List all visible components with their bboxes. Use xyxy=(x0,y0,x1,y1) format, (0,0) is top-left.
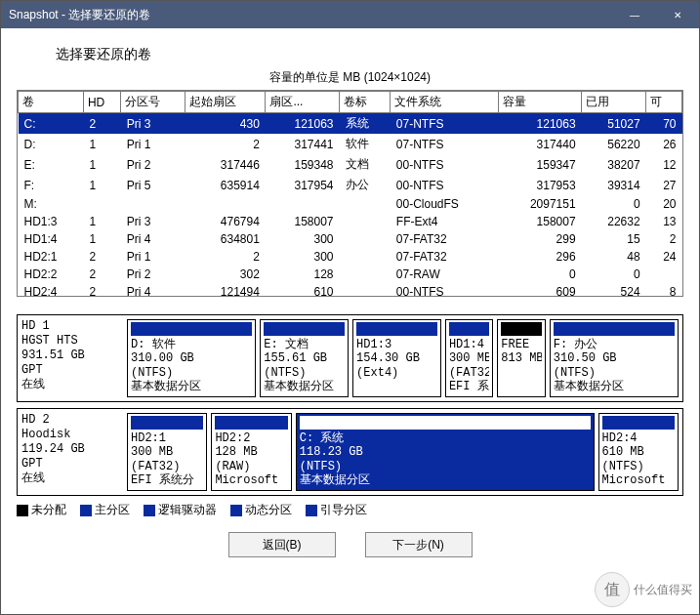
column-header[interactable]: 容量 xyxy=(498,92,581,113)
legend-item: 主分区 xyxy=(80,502,130,518)
partition-bar xyxy=(449,322,489,336)
page-subtitle: 选择要还原的卷 xyxy=(56,46,683,63)
watermark-badge: 值 xyxy=(595,572,630,607)
partition-block[interactable]: HD2:1300 MB(FAT32)EFI 系统分 xyxy=(127,413,207,491)
watermark-text: 什么值得买 xyxy=(634,582,692,598)
legend-item: 动态分区 xyxy=(230,502,292,518)
legend: 未分配主分区逻辑驱动器动态分区引导分区 xyxy=(17,502,683,518)
watermark: 值 什么值得买 xyxy=(595,572,692,607)
column-header[interactable]: 起始扇区 xyxy=(185,92,266,113)
table-row[interactable]: HD2:12Pri 1230007-FAT322964824 xyxy=(19,248,682,266)
column-header[interactable]: 卷标 xyxy=(340,92,391,113)
column-header[interactable]: HD xyxy=(83,92,120,113)
partition-block[interactable]: FREE813 MB xyxy=(497,319,545,397)
back-button[interactable]: 返回(B) xyxy=(228,532,336,557)
partition-bar xyxy=(554,322,675,336)
minimize-button[interactable]: — xyxy=(613,1,656,28)
legend-swatch xyxy=(144,505,155,516)
table-row[interactable]: E:1Pri 2317446159348文档00-NTFS15934738207… xyxy=(19,154,682,175)
partition-block[interactable]: HD1:3154.30 GB(Ext4) xyxy=(352,319,441,397)
partition-bar xyxy=(300,416,591,430)
table-row[interactable]: HD2:22Pri 230212807-RAW00 xyxy=(19,266,682,283)
table-row[interactable]: C:2Pri 3430121063系统07-NTFS1210635102770 xyxy=(19,113,682,135)
partition-bar xyxy=(264,322,345,336)
legend-item: 逻辑驱动器 xyxy=(144,502,217,518)
table-row[interactable]: F:1Pri 5635914317954办公00-NTFS31795339314… xyxy=(19,175,682,195)
legend-swatch xyxy=(230,505,242,516)
column-header[interactable]: 已用 xyxy=(582,92,646,113)
table-row[interactable]: M:00-CloudFS2097151020 xyxy=(19,195,682,213)
legend-item: 引导分区 xyxy=(306,502,367,518)
table-row[interactable]: HD1:31Pri 3476794158007FF-Ext41580072263… xyxy=(19,213,682,230)
disk-map: HD 1 HGST HTS931.51 GBGPT在线D: 软件310.00 G… xyxy=(17,314,683,496)
unit-note: 容量的单位是 MB (1024×1024) xyxy=(17,69,683,86)
partition-bar xyxy=(501,322,541,336)
table-row[interactable]: HD1:41Pri 463480130007-FAT32299152 xyxy=(19,230,682,248)
partition-bar xyxy=(602,416,675,430)
column-header[interactable]: 扇区... xyxy=(266,92,340,113)
disk-info: HD 1 HGST HTS931.51 GBGPT在线 xyxy=(18,315,123,401)
volume-table[interactable]: 卷HD分区号起始扇区扇区...卷标文件系统容量已用可C:2Pri 3430121… xyxy=(17,90,683,297)
legend-swatch xyxy=(17,505,28,516)
window-title: Snapshot - 选择要还原的卷 xyxy=(9,7,613,23)
partition-block[interactable]: D: 软件310.00 GB(NTFS)基本数据分区 xyxy=(127,319,256,397)
partition-bar xyxy=(131,416,203,430)
column-header[interactable]: 分区号 xyxy=(121,92,185,113)
close-button[interactable]: ✕ xyxy=(656,1,699,28)
partition-bar xyxy=(131,322,252,336)
table-row[interactable]: HD2:42Pri 412149461000-NTFS6095248 xyxy=(19,283,682,297)
legend-swatch xyxy=(80,505,92,516)
partition-bar xyxy=(356,322,437,336)
next-button[interactable]: 下一步(N) xyxy=(365,532,473,557)
column-header[interactable]: 文件系统 xyxy=(391,92,498,113)
partition-block[interactable]: E: 文档155.61 GB(NTFS)基本数据分区 xyxy=(260,319,349,397)
partition-block[interactable]: HD1:4300 MB(FAT32EFI 系 xyxy=(445,319,493,397)
disk-row: HD 1 HGST HTS931.51 GBGPT在线D: 软件310.00 G… xyxy=(17,314,683,402)
column-header[interactable]: 可 xyxy=(646,92,682,113)
partition-block[interactable]: HD2:4610 MB(NTFS)Microsoft xyxy=(598,413,679,491)
disk-row: HD 2 Hoodisk119.24 GBGPT在线HD2:1300 MB(FA… xyxy=(17,408,683,496)
legend-swatch xyxy=(306,505,317,516)
partition-block[interactable]: F: 办公310.50 GB(NTFS)基本数据分区 xyxy=(550,319,679,397)
table-row[interactable]: D:1Pri 12317441软件07-NTFS3174405622026 xyxy=(19,134,682,154)
partition-bar xyxy=(215,416,287,430)
legend-item: 未分配 xyxy=(17,502,66,518)
disk-info: HD 2 Hoodisk119.24 GBGPT在线 xyxy=(18,409,123,495)
partition-block[interactable]: HD2:2128 MB(RAW)Microsoft xyxy=(211,413,291,491)
column-header[interactable]: 卷 xyxy=(19,92,84,113)
partition-block[interactable]: C: 系统118.23 GB(NTFS)基本数据分区 xyxy=(296,413,595,491)
titlebar: Snapshot - 选择要还原的卷 — ✕ xyxy=(1,1,699,28)
